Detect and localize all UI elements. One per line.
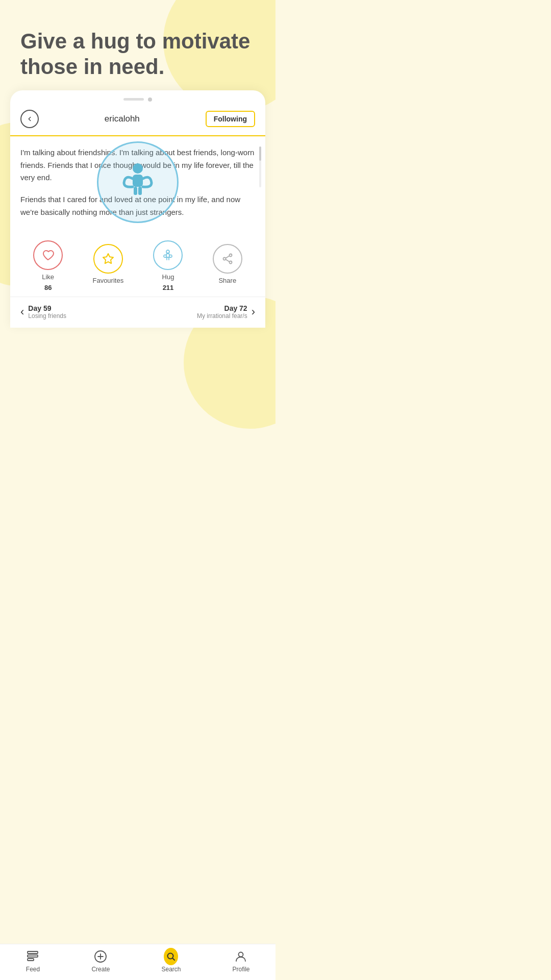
prev-day-info: Day 59 Losing friends: [28, 304, 66, 320]
post-card: ericalohh Following I'm talking about fr…: [10, 90, 265, 328]
day-navigation: ‹ Day 59 Losing friends › Day 72 My irra…: [10, 297, 265, 328]
star-icon: [102, 253, 114, 265]
favourites-label: Favourites: [92, 277, 123, 284]
svg-rect-3: [138, 187, 142, 195]
back-button[interactable]: [20, 110, 39, 128]
favourites-circle: [93, 244, 123, 274]
like-circle: [33, 240, 63, 270]
next-arrow-icon: ›: [252, 305, 255, 318]
next-day-label: Day 72: [197, 304, 247, 312]
next-day-button[interactable]: › Day 72 My irrational fear/s: [197, 304, 255, 320]
drag-handle: [123, 98, 144, 101]
next-day-info: Day 72 My irrational fear/s: [197, 304, 247, 320]
next-day-title: My irrational fear/s: [197, 312, 247, 320]
prev-day-label: Day 59: [28, 304, 66, 312]
share-icon: [221, 253, 234, 265]
heart-icon: [42, 249, 54, 261]
prev-day-title: Losing friends: [28, 312, 66, 320]
drag-dot: [148, 97, 152, 102]
prev-day-button[interactable]: ‹ Day 59 Losing friends: [20, 304, 66, 320]
svg-point-10: [223, 258, 226, 260]
post-content: I'm talking about friendships. I'm talki…: [10, 136, 265, 228]
svg-line-12: [226, 256, 229, 258]
hero-title: Give a hug to motivate those in need.: [0, 0, 276, 90]
hug-circle: [153, 240, 183, 270]
drag-handle-area: [10, 90, 265, 107]
hug-figure-icon: [115, 159, 161, 205]
action-row: Like 86 Favourites: [10, 228, 265, 297]
following-button[interactable]: Following: [206, 111, 255, 127]
svg-point-9: [229, 254, 232, 257]
share-action[interactable]: Share: [213, 244, 242, 287]
hug-label: Hug: [162, 273, 174, 281]
share-circle: [213, 244, 242, 274]
username-label: ericalohh: [39, 114, 206, 124]
hug-icon: [161, 249, 174, 262]
svg-point-11: [229, 261, 232, 264]
like-label: Like: [42, 273, 54, 281]
like-count: 86: [44, 284, 52, 291]
svg-rect-2: [134, 187, 137, 195]
favourites-action[interactable]: Favourites: [92, 244, 123, 287]
svg-rect-6: [166, 254, 169, 257]
scroll-bar: [259, 146, 261, 187]
scroll-thumb: [259, 146, 261, 161]
card-header: ericalohh Following: [10, 107, 265, 136]
hug-action[interactable]: Hug 211: [153, 240, 183, 291]
share-label: Share: [218, 277, 236, 284]
svg-rect-1: [133, 175, 143, 187]
svg-marker-4: [103, 254, 113, 263]
svg-line-13: [226, 260, 229, 262]
hug-count: 211: [163, 284, 174, 291]
like-action[interactable]: Like 86: [33, 240, 63, 291]
hug-overlay[interactable]: [97, 141, 179, 223]
svg-point-0: [133, 163, 143, 174]
prev-arrow-icon: ‹: [20, 305, 24, 318]
svg-point-5: [166, 250, 169, 253]
